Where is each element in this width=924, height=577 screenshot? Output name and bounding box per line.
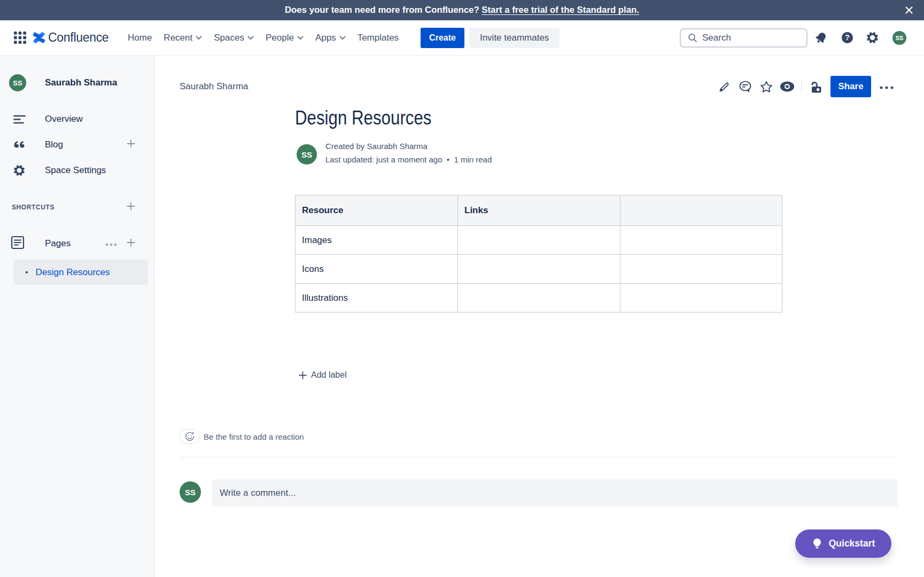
svg-text:?: ? [845,33,850,42]
